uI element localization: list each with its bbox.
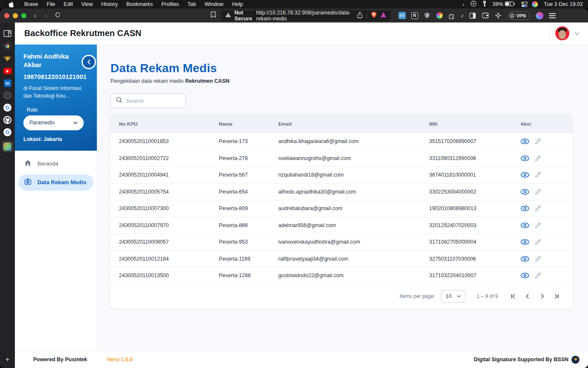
cell-email: ssetiawannugroho@gmail.com	[278, 155, 429, 161]
browser-menu-icon[interactable]	[549, 13, 556, 18]
view-eye-icon[interactable]	[520, 239, 529, 245]
wallet-icon[interactable]	[482, 12, 489, 19]
ft-extension-icon[interactable]: FT	[399, 12, 406, 19]
first-page-icon[interactable]	[508, 291, 518, 301]
edit-pencil-icon[interactable]	[535, 256, 541, 262]
cell-no-kpu: 24300520110007970	[119, 222, 219, 228]
cell-email: audrebatubara@gmail.com	[278, 205, 429, 211]
bookmark-icon[interactable]	[211, 11, 216, 20]
share-icon[interactable]	[357, 12, 362, 20]
cell-nama: Peserta-278	[219, 155, 278, 161]
cell-actions	[520, 138, 564, 145]
column-header-no-kpu[interactable]: No KPU	[119, 121, 219, 126]
brave-rewards-icon[interactable]	[380, 12, 387, 19]
url-text[interactable]: http://10.216.78.32:908/paramedis/data-r…	[256, 10, 351, 22]
edit-pencil-icon[interactable]	[535, 205, 541, 212]
edit-pencil-icon[interactable]	[535, 138, 541, 145]
tab-youtube-icon[interactable]	[3, 68, 12, 74]
zoom-window-button[interactable]	[21, 13, 26, 18]
view-eye-icon[interactable]	[520, 138, 529, 144]
close-window-button[interactable]	[4, 13, 9, 18]
reload-button[interactable]	[55, 12, 61, 19]
sidebar-menu: Beranda Data Rekam Medis	[15, 151, 97, 198]
view-eye-icon[interactable]	[520, 155, 529, 161]
apple-logo-icon[interactable]	[8, 1, 14, 8]
view-eye-icon[interactable]	[520, 272, 529, 278]
notion-extension-icon[interactable]: N	[411, 12, 418, 19]
previous-page-icon[interactable]	[523, 291, 533, 301]
next-page-icon[interactable]	[537, 291, 547, 301]
menubar-item[interactable]: Bookmarks	[122, 1, 157, 7]
address-bar[interactable]: Not Secure http://10.216.78.32:908/param…	[221, 11, 391, 21]
forward-button[interactable]: ›	[45, 12, 47, 20]
table-row: 24300520110012184 Peserta-1169 rafifpras…	[110, 251, 573, 268]
control-center-icon[interactable]	[521, 2, 526, 7]
siri-rainbow-icon[interactable]	[532, 1, 538, 7]
tab-google-2-icon[interactable]: G	[3, 128, 11, 136]
new-tab-button[interactable]: +	[6, 355, 10, 364]
search-input[interactable]	[126, 98, 173, 104]
profile-chevron-down-icon[interactable]	[574, 30, 580, 37]
tab-dark-site-icon[interactable]	[3, 91, 11, 99]
tab-linkedin-icon[interactable]: in	[4, 79, 11, 87]
split-view-icon[interactable]	[469, 12, 476, 19]
last-page-icon[interactable]	[551, 291, 562, 301]
leo-sparkle-icon[interactable]	[495, 12, 502, 19]
tab-google-icon[interactable]: G	[3, 104, 11, 112]
view-eye-icon[interactable]	[520, 189, 529, 195]
sidebar-collapse-button[interactable]	[82, 55, 96, 69]
colorwheel-extension-icon[interactable]	[436, 12, 443, 19]
view-eye-icon[interactable]	[520, 205, 529, 211]
minimize-window-button[interactable]	[13, 13, 18, 18]
menubar-clock[interactable]: Tue 3 Dec 19.02	[544, 1, 583, 7]
tab-garuda-site-icon[interactable]	[3, 53, 13, 64]
tab-github-icon[interactable]	[3, 116, 11, 124]
back-button[interactable]: ‹	[34, 12, 36, 20]
cell-nik: 3515170206990007	[429, 138, 520, 144]
column-header-email[interactable]: Email	[278, 121, 429, 126]
table-body: 24300520110001853 Peserta-173 andhika.bh…	[110, 133, 573, 284]
user-location: Lokasi: Jakarta	[23, 136, 90, 142]
browser-profile-icon[interactable]	[536, 12, 543, 20]
brave-shield-icon[interactable]	[371, 11, 377, 20]
edit-pencil-icon[interactable]	[535, 272, 541, 279]
sidebar-item-beranda[interactable]: Beranda	[18, 156, 93, 172]
vertical-tab-strip: in G G ⌂ +	[0, 22, 15, 368]
passwords-key-icon[interactable]	[483, 0, 486, 8]
menubar-item[interactable]: View	[77, 1, 97, 7]
menubar-item[interactable]: File	[42, 1, 59, 7]
column-header-nik[interactable]: NIK	[429, 121, 520, 126]
tab-active-app-icon[interactable]: ⌂	[2, 140, 14, 152]
vpn-button[interactable]: –VPN	[507, 11, 530, 20]
user-card: Fahmi Andhika Akbar 198708122010121001 d…	[15, 45, 97, 151]
tab-rainbow-site-icon[interactable]	[3, 42, 11, 50]
view-eye-icon[interactable]	[520, 222, 529, 228]
edit-pencil-icon[interactable]	[535, 171, 541, 178]
role-select[interactable]: Paramedis	[23, 115, 84, 130]
media-music-icon[interactable]: ♪	[461, 12, 464, 19]
edit-pencil-icon[interactable]	[535, 222, 541, 229]
extensions-puzzle-icon[interactable]	[448, 12, 455, 19]
cell-nama: Peserta-654	[219, 189, 278, 195]
user-avatar[interactable]	[555, 26, 569, 40]
edit-pencil-icon[interactable]	[535, 155, 541, 162]
menubar-item[interactable]: Tab	[183, 1, 200, 7]
shield-extension-icon[interactable]	[424, 12, 431, 19]
menubar-item[interactable]: Help	[228, 1, 247, 7]
view-eye-icon[interactable]	[520, 256, 529, 262]
menubar-item[interactable]: Edit	[59, 1, 77, 7]
menubar-item[interactable]: History	[97, 1, 122, 7]
search-box[interactable]	[110, 93, 186, 108]
edit-pencil-icon[interactable]	[535, 188, 541, 195]
menubar-item[interactable]: Window	[201, 1, 228, 7]
column-header-nama[interactable]: Nama	[219, 121, 278, 126]
items-per-page-select[interactable]: 10	[441, 290, 466, 303]
menubar-item[interactable]: Brave	[20, 1, 42, 7]
edit-pencil-icon[interactable]	[535, 239, 541, 245]
menubar-item[interactable]: Profiles	[157, 1, 184, 7]
sidebar-item-data-rekam-medis[interactable]: Data Rekam Medis	[18, 174, 93, 191]
menubar-collapse-icon[interactable]: ‹	[463, 1, 464, 8]
screen-record-icon[interactable]	[470, 0, 477, 8]
view-eye-icon[interactable]	[520, 172, 529, 178]
sidebar-panel-icon[interactable]	[3, 28, 13, 39]
